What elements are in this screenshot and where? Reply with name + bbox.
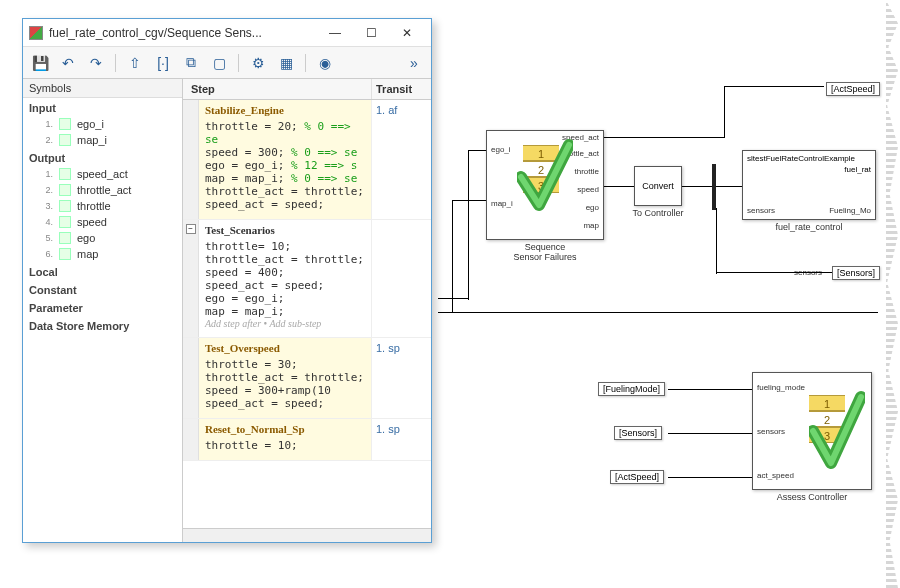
close-button[interactable]: ✕ [389,21,425,45]
step-title: Test_Scenarios [205,224,365,236]
label-frc: fuel_rate_control [742,222,876,232]
symbol-item[interactable]: 6.map [23,246,182,262]
symbols-header: Symbols [23,79,182,98]
toolbar-separator [115,54,116,72]
symbol-group[interactable]: Data Store Memory [23,316,182,334]
toolbar-separator [305,54,306,72]
up-icon[interactable]: ⇧ [124,52,146,74]
help-icon[interactable]: ◉ [314,52,336,74]
symbol-item[interactable]: 4.speed [23,214,182,230]
step-title: Test_Overspeed [205,342,365,354]
collapse-icon[interactable]: − [186,224,196,234]
column-step: Step [183,79,371,99]
port-map: map [583,221,599,230]
signal-icon [59,184,71,196]
block-assess-controller[interactable]: fueling_mode sensors act_speed 1 2 3 [752,372,872,490]
toolbar: 💾 ↶ ↷ ⇧ [∙] ⧉ ▢ ⚙ ▦ ◉ » [23,47,431,79]
from-fuelingmode[interactable]: [FuelingMode] [598,382,665,396]
signal-icon [59,200,71,212]
frc-title: sltestFuelRateControlExample [747,154,855,163]
signal-icon [59,134,71,146]
symbol-group[interactable]: Parameter [23,298,182,316]
symbol-item[interactable]: 1.speed_act [23,166,182,182]
transition-cell[interactable] [371,220,431,337]
step-item[interactable]: Stabilize_Enginethrottle = 20; % 0 ==> s… [183,100,431,220]
port-fueling-mode-in: fueling_mode [757,383,805,392]
signal-icon [59,168,71,180]
app-icon [29,26,43,40]
goto-actspeed[interactable]: [ActSpeed] [826,82,880,96]
step-title: Stabilize_Engine [205,104,365,116]
symbols-pane: Symbols Input1.ego_i2.map_iOutput1.speed… [23,79,183,542]
port-ego: ego [586,203,599,212]
from-sensors[interactable]: [Sensors] [614,426,662,440]
tree-icon[interactable]: ⧉ [180,52,202,74]
signal-icon [59,118,71,130]
horizontal-scrollbar[interactable] [183,528,431,542]
step-item[interactable]: −Test_Scenariosthrottle= 10;throttle_act… [183,220,431,338]
frc-title2: fuel_rat [844,165,871,174]
convert-text: Convert [642,181,674,191]
from-actspeed[interactable]: [ActSpeed] [610,470,664,484]
symbol-group[interactable]: Input [23,98,182,116]
tag-icon[interactable]: ▢ [208,52,230,74]
overflow-icon[interactable]: » [403,52,425,74]
symbol-group[interactable]: Local [23,262,182,280]
checkmark-icon [809,387,865,477]
step-item[interactable]: Test_Overspeedthrottle = 30;throttle_act… [183,338,431,419]
bracket-icon[interactable]: [∙] [152,52,174,74]
symbol-item[interactable]: 3.throttle [23,198,182,214]
maximize-button[interactable]: ☐ [353,21,389,45]
signal-icon [59,216,71,228]
sequence-editor-window: fuel_rate_control_cgv/Sequence Sens... —… [22,18,432,543]
grid-icon[interactable]: ▦ [275,52,297,74]
redo-icon[interactable]: ↷ [85,52,107,74]
symbol-group[interactable]: Output [23,148,182,166]
port-sensors-in: sensors [747,206,775,215]
goto-sensors[interactable]: [Sensors] [832,266,880,280]
label-to-controller: To Controller [628,208,688,218]
label-sequence: Sequence Sensor Failures [486,242,604,262]
block-convert[interactable]: Convert [634,166,682,206]
symbol-item[interactable]: 1.ego_i [23,116,182,132]
port-map-i: map_i [491,199,513,208]
steps-header: Step Transit [183,79,431,100]
save-icon[interactable]: 💾 [29,52,51,74]
gear-icon[interactable]: ⚙ [247,52,269,74]
transition-cell[interactable]: 1. sp [371,419,431,460]
signal-icon [59,248,71,260]
transition-cell[interactable]: 1. sp [371,338,431,418]
symbol-item[interactable]: 5.ego [23,230,182,246]
step-item[interactable]: Reset_to_Normal_Spthrottle = 10;1. sp [183,419,431,461]
port-actspeed-in: act_speed [757,471,794,480]
port-sensors-in2: sensors [757,427,785,436]
port-ego-i: ego_i [491,145,511,154]
symbol-item[interactable]: 2.throttle_act [23,182,182,198]
port-fueling-mode: Fueling_Mo [829,206,871,215]
port-speed: speed [577,185,599,194]
mux-block[interactable] [712,164,716,210]
titlebar[interactable]: fuel_rate_control_cgv/Sequence Sens... —… [23,19,431,47]
block-sequence-sensor-failures[interactable]: ego_i map_i speed_act throttle_act throt… [486,130,604,240]
port-throttle: throttle [575,167,599,176]
label-assess: Assess Controller [752,492,872,502]
column-transition: Transit [371,79,431,99]
checkmark-icon [517,137,573,217]
steps-pane: Step Transit Stabilize_Enginethrottle = … [183,79,431,542]
window-title: fuel_rate_control_cgv/Sequence Sens... [49,26,317,40]
add-step-hint[interactable]: Add step after • Add sub-step [205,318,365,329]
symbol-group[interactable]: Constant [23,280,182,298]
transition-cell[interactable]: 1. af [371,100,431,219]
model-diagram: ego_i map_i speed_act throttle_act throt… [438,22,888,562]
symbol-item[interactable]: 2.map_i [23,132,182,148]
toolbar-separator [238,54,239,72]
signal-icon [59,232,71,244]
undo-icon[interactable]: ↶ [57,52,79,74]
block-fuel-rate-control[interactable]: sltestFuelRateControlExample fuel_rat se… [742,150,876,220]
minimize-button[interactable]: — [317,21,353,45]
step-title: Reset_to_Normal_Sp [205,423,365,435]
torn-edge-decoration [886,0,898,588]
